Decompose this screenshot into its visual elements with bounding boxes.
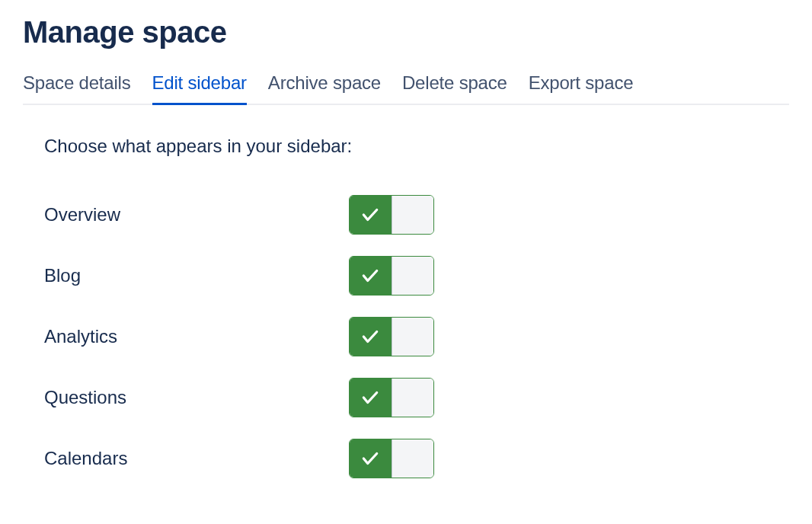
toggle-on-blog	[350, 257, 392, 295]
option-label-blog: Blog	[44, 265, 349, 286]
check-icon	[360, 266, 380, 286]
toggle-off-calendars	[392, 439, 433, 478]
toggle-questions[interactable]	[349, 378, 434, 417]
toggle-on-overview	[350, 196, 392, 234]
instruction-text: Choose what appears in your sidebar:	[44, 136, 789, 157]
toggle-blog[interactable]	[349, 256, 434, 296]
tabs-container: Space details Edit sidebar Archive space…	[23, 72, 789, 105]
option-label-calendars: Calendars	[44, 448, 349, 469]
toggle-off-questions	[392, 379, 433, 417]
tab-space-details[interactable]: Space details	[23, 72, 131, 105]
toggle-off-overview	[392, 196, 433, 234]
tab-edit-sidebar[interactable]: Edit sidebar	[152, 72, 247, 105]
toggle-on-analytics	[350, 318, 392, 356]
option-label-questions: Questions	[44, 387, 349, 408]
toggle-overview[interactable]	[349, 195, 434, 235]
option-row-analytics: Analytics	[44, 317, 789, 356]
toggle-on-questions	[350, 379, 392, 417]
option-row-calendars: Calendars	[44, 439, 789, 478]
tab-archive-space[interactable]: Archive space	[268, 72, 381, 105]
check-icon	[360, 205, 380, 225]
toggle-analytics[interactable]	[349, 317, 434, 356]
toggle-on-calendars	[350, 439, 392, 478]
toggle-off-blog	[392, 257, 433, 295]
option-label-analytics: Analytics	[44, 326, 349, 347]
check-icon	[360, 449, 380, 468]
option-row-overview: Overview	[44, 195, 789, 235]
tab-delete-space[interactable]: Delete space	[402, 72, 507, 105]
page-title: Manage space	[23, 15, 789, 50]
option-row-questions: Questions	[44, 378, 789, 417]
check-icon	[360, 327, 380, 347]
option-row-blog: Blog	[44, 256, 789, 296]
option-label-overview: Overview	[44, 204, 349, 225]
content-area: Choose what appears in your sidebar: Ove…	[23, 136, 789, 478]
check-icon	[360, 388, 380, 407]
toggle-off-analytics	[392, 318, 433, 356]
tab-export-space[interactable]: Export space	[529, 72, 634, 105]
toggle-calendars[interactable]	[349, 439, 434, 478]
